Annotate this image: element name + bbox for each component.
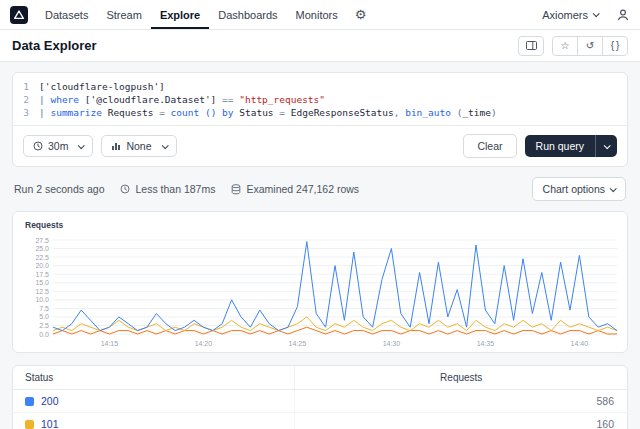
- history-button[interactable]: ↺: [577, 36, 603, 56]
- svg-text:7.5: 7.5: [39, 305, 49, 312]
- code-token: where: [50, 93, 84, 106]
- svg-text:25.0: 25.0: [35, 245, 49, 252]
- run-query-label: Run query: [525, 135, 595, 157]
- svg-text:5.0: 5.0: [39, 313, 49, 320]
- svg-text:22.5: 22.5: [35, 254, 49, 261]
- code-braces-icon: { }: [611, 40, 620, 51]
- chevron-down-icon: [604, 142, 611, 149]
- code-token: bin_auto: [405, 106, 451, 119]
- query-editor[interactable]: 1['cloudflare-logpush']2| where ['@cloud…: [13, 73, 627, 125]
- results-table-card: Status Requests 20058610116030231: [12, 365, 628, 429]
- clear-button[interactable]: Clear: [463, 134, 516, 158]
- code-token: _time: [462, 106, 491, 119]
- layout-panel-button[interactable]: [518, 36, 544, 56]
- code-token: |: [39, 93, 50, 106]
- page-header: Data Explorer ☆ ↺ { }: [0, 30, 640, 62]
- svg-text:20.0: 20.0: [35, 262, 49, 269]
- examined-rows-text: Examined 247,162 rows: [246, 183, 359, 195]
- table-row[interactable]: 200586: [13, 390, 627, 413]
- visualization-label: None: [126, 140, 151, 152]
- layout-panel-icon: [526, 41, 537, 50]
- nav-item-explore[interactable]: Explore: [151, 0, 209, 29]
- visualization-icon: [111, 141, 121, 151]
- line-number: 1: [13, 80, 39, 93]
- chart-options-button[interactable]: Chart options: [532, 177, 626, 201]
- query-line: 3| summarize Requests = count () by Stat…: [13, 106, 627, 119]
- table-header-row: Status Requests: [13, 366, 627, 390]
- nav-item-stream[interactable]: Stream: [97, 0, 150, 29]
- svg-text:14:30: 14:30: [383, 340, 401, 347]
- query-toolbar: 30m None Clear Run query: [13, 125, 627, 166]
- code-button[interactable]: { }: [602, 36, 628, 56]
- svg-text:12.5: 12.5: [35, 288, 49, 295]
- svg-text:15.0: 15.0: [35, 279, 49, 286]
- axiom-logo[interactable]: [10, 6, 28, 24]
- chevron-down-icon: [161, 142, 168, 149]
- database-icon: [231, 184, 241, 195]
- run-query-button[interactable]: Run query: [525, 135, 617, 157]
- nav-item-monitors[interactable]: Monitors: [287, 0, 347, 29]
- query-line: 2| where ['@cloudflare.Dataset'] == "htt…: [13, 93, 627, 106]
- top-navbar: DatasetsStreamExploreDashboardsMonitors …: [0, 0, 640, 30]
- time-range-label: 30m: [48, 140, 68, 152]
- code-token: ,: [394, 106, 405, 119]
- svg-text:14:20: 14:20: [195, 340, 213, 347]
- code-token: EdgeResponseStatus: [291, 106, 394, 119]
- code-token: ['cloudflare-logpush']: [39, 80, 165, 93]
- table-row[interactable]: 101160: [13, 413, 627, 429]
- status-column-header: Status: [13, 366, 295, 389]
- table-body: 20058610116030231: [13, 390, 627, 429]
- svg-text:10.0: 10.0: [35, 296, 49, 303]
- visualization-selector[interactable]: None: [101, 135, 176, 157]
- time-range-selector[interactable]: 30m: [23, 135, 93, 157]
- primary-nav: DatasetsStreamExploreDashboardsMonitors: [36, 0, 347, 29]
- query-actions-group: ☆ ↺ { }: [552, 36, 628, 56]
- query-line: 1['cloudflare-logpush']: [13, 80, 627, 93]
- line-number: 3: [13, 106, 39, 119]
- series-color-swatch: [25, 397, 34, 406]
- history-icon: ↺: [586, 40, 594, 51]
- requests-value: 586: [295, 390, 627, 412]
- settings-gear-icon[interactable]: ⚙: [355, 7, 367, 22]
- svg-text:14:40: 14:40: [571, 340, 589, 347]
- status-cell: 101: [13, 413, 295, 429]
- nav-item-dashboards[interactable]: Dashboards: [209, 0, 286, 29]
- code-token: "http_requests": [239, 93, 325, 106]
- main-content: 1['cloudflare-logpush']2| where ['@cloud…: [0, 62, 640, 429]
- chevron-down-icon: [593, 10, 600, 17]
- line-number: 2: [13, 93, 39, 106]
- code-token: by: [222, 106, 239, 119]
- user-icon: [616, 8, 630, 22]
- status-value: 101: [41, 418, 59, 429]
- run-query-dropdown[interactable]: [595, 135, 617, 157]
- last-run-text: Run 2 seconds ago: [14, 183, 104, 195]
- svg-text:14:35: 14:35: [477, 340, 495, 347]
- duration-text: Less than 187ms: [135, 183, 215, 195]
- series-color-swatch: [25, 420, 34, 429]
- code-token: Status: [239, 106, 279, 119]
- duration-clock-icon: [120, 184, 130, 194]
- svg-text:17.5: 17.5: [35, 271, 49, 278]
- nav-item-datasets[interactable]: Datasets: [36, 0, 97, 29]
- star-button[interactable]: ☆: [552, 36, 578, 56]
- chevron-down-icon: [610, 185, 617, 192]
- code-token: =: [279, 106, 290, 119]
- code-token: (: [451, 106, 462, 119]
- chevron-down-icon: [78, 142, 85, 149]
- code-token: summarize: [50, 106, 107, 119]
- clock-icon: [33, 141, 43, 151]
- star-icon: ☆: [561, 40, 570, 51]
- org-switcher[interactable]: Axiomers: [536, 8, 604, 22]
- code-token: |: [39, 106, 50, 119]
- svg-text:14:15: 14:15: [101, 340, 119, 347]
- svg-text:14:25: 14:25: [289, 340, 307, 347]
- status-cell: 200: [13, 390, 295, 412]
- code-token: count (): [171, 106, 217, 119]
- code-token: =: [159, 106, 170, 119]
- svg-text:0.0: 0.0: [39, 331, 49, 338]
- requests-time-series-chart: 0.02.55.07.510.012.515.017.520.022.525.0…: [23, 232, 617, 350]
- chart-card: Requests 0.02.55.07.510.012.515.017.520.…: [12, 211, 628, 353]
- axiom-logo-triangle-icon: [14, 10, 24, 20]
- svg-text:27.5: 27.5: [35, 237, 49, 244]
- user-menu-button[interactable]: [616, 8, 630, 22]
